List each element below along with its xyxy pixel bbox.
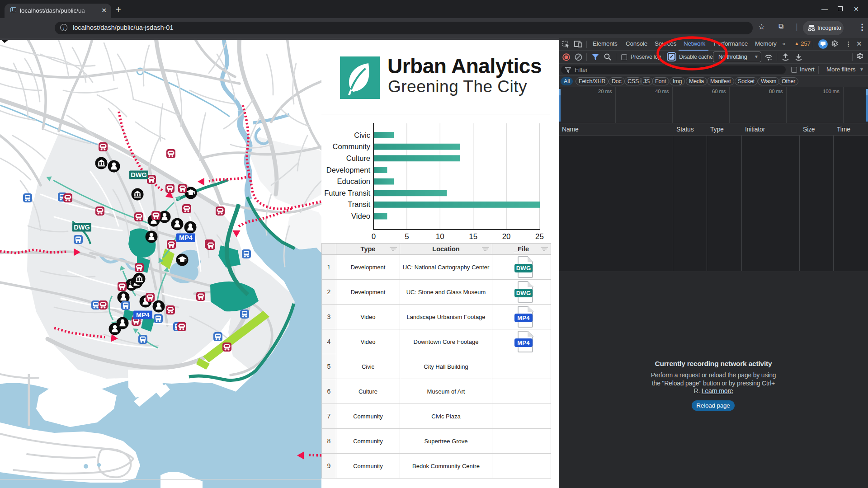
svg-text:10: 10 bbox=[436, 232, 444, 241]
svg-text:20: 20 bbox=[502, 232, 511, 241]
svg-text:MP4: MP4 bbox=[179, 234, 193, 241]
svg-text:25: 25 bbox=[535, 232, 544, 241]
svg-text:Civic: Civic bbox=[354, 131, 370, 139]
svg-text:Video: Video bbox=[351, 212, 370, 220]
svg-text:DWG: DWG bbox=[74, 224, 90, 231]
svg-text:Education: Education bbox=[337, 177, 370, 185]
svg-text:0: 0 bbox=[372, 232, 376, 241]
svg-text:Community: Community bbox=[333, 142, 371, 150]
svg-text:MP4: MP4 bbox=[136, 311, 150, 319]
svg-text:Future Transit: Future Transit bbox=[324, 189, 370, 197]
svg-text:DWG: DWG bbox=[131, 171, 146, 178]
svg-text:Development: Development bbox=[326, 166, 371, 174]
svg-text:15: 15 bbox=[469, 232, 477, 241]
svg-text:5: 5 bbox=[405, 232, 409, 241]
svg-text:Culture: Culture bbox=[346, 154, 370, 162]
svg-text:Transit: Transit bbox=[348, 200, 370, 208]
